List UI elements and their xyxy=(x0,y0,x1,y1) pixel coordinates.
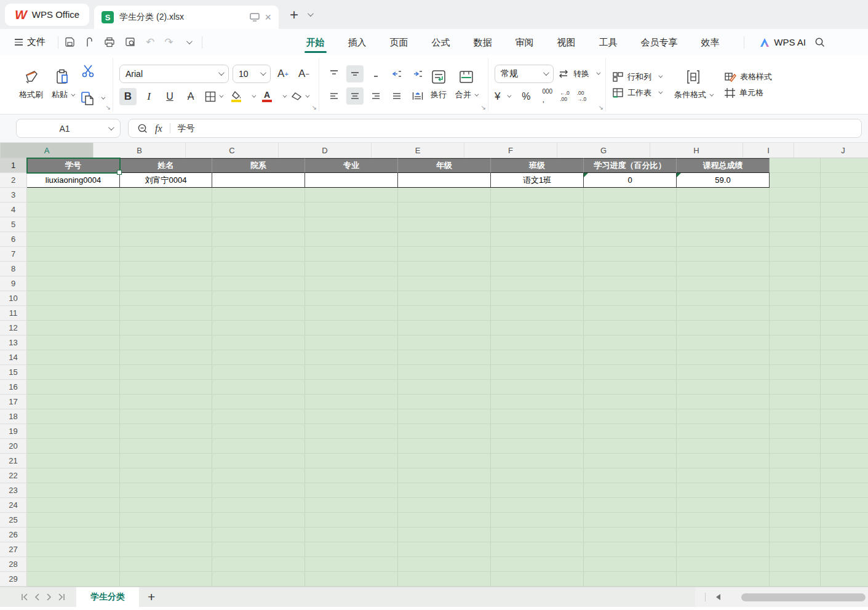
col-header-F[interactable]: F xyxy=(464,143,557,158)
cell-I26[interactable] xyxy=(770,528,821,542)
cell-E25[interactable] xyxy=(398,513,491,528)
cell-F13[interactable] xyxy=(491,335,584,350)
cell-B17[interactable] xyxy=(120,395,212,409)
document-tab[interactable]: S 学生分类 (2).xlsx × xyxy=(94,6,279,29)
menu-tab-insert[interactable]: 插入 xyxy=(336,29,378,55)
cell-G10[interactable] xyxy=(584,291,677,306)
decrease-decimal-button[interactable]: .00 →.0 xyxy=(577,90,587,103)
save-icon[interactable] xyxy=(65,37,75,47)
cell-D5[interactable] xyxy=(305,217,398,232)
cell-I3[interactable] xyxy=(770,188,821,203)
cell-E29[interactable] xyxy=(398,572,491,587)
cell-J4[interactable] xyxy=(821,203,868,217)
paste-button[interactable]: 粘贴 xyxy=(47,59,78,111)
cell-A4[interactable] xyxy=(27,203,120,217)
redo-icon[interactable]: ↷ xyxy=(164,36,173,49)
cell-D28[interactable] xyxy=(305,557,398,572)
col-header-B[interactable]: B xyxy=(94,143,186,158)
cell-B9[interactable] xyxy=(120,276,212,291)
col-header-A[interactable]: A xyxy=(1,143,94,158)
cell-J8[interactable] xyxy=(821,262,868,276)
cell-A28[interactable] xyxy=(27,557,120,572)
cell-J2[interactable] xyxy=(821,173,868,188)
cell-E28[interactable] xyxy=(398,557,491,572)
cell-A19[interactable] xyxy=(27,424,120,439)
cell-H26[interactable] xyxy=(677,528,770,542)
cell-A13[interactable] xyxy=(27,335,120,350)
cell-J19[interactable] xyxy=(821,424,868,439)
cell-I24[interactable] xyxy=(770,498,821,513)
cell-G29[interactable] xyxy=(584,572,677,587)
cell-C14[interactable] xyxy=(212,350,305,365)
cell-J12[interactable] xyxy=(821,321,868,335)
magnifier-icon[interactable] xyxy=(137,123,148,134)
cell-I21[interactable] xyxy=(770,454,821,468)
cell-F25[interactable] xyxy=(491,513,584,528)
fill-color-chevron-icon[interactable] xyxy=(252,94,256,98)
font-color-chevron-icon[interactable] xyxy=(282,94,287,98)
cell-H17[interactable] xyxy=(677,395,770,409)
cell-B11[interactable] xyxy=(120,306,212,321)
cell-H19[interactable] xyxy=(677,424,770,439)
screen-share-icon[interactable] xyxy=(250,13,260,22)
menu-tab-home[interactable]: 开始 xyxy=(295,29,336,55)
cell-D15[interactable] xyxy=(305,365,398,380)
cell-J27[interactable] xyxy=(821,542,868,557)
number-expander-icon[interactable]: ↘ xyxy=(599,104,603,111)
row-header-28[interactable]: 28 xyxy=(0,557,27,572)
cell-I27[interactable] xyxy=(770,542,821,557)
cell-D8[interactable] xyxy=(305,262,398,276)
eraser-button[interactable] xyxy=(289,88,310,105)
cell-J17[interactable] xyxy=(821,395,868,409)
cell-C20[interactable] xyxy=(212,439,305,454)
col-header-J[interactable]: J xyxy=(794,143,868,158)
wps-home-tab[interactable]: W WPS Office xyxy=(5,4,89,26)
cell-J16[interactable] xyxy=(821,380,868,395)
cell-I20[interactable] xyxy=(770,439,821,454)
cell-G19[interactable] xyxy=(584,424,677,439)
cell-I5[interactable] xyxy=(770,217,821,232)
first-sheet-icon[interactable] xyxy=(21,593,28,601)
rows-columns-button[interactable]: 行和列 xyxy=(612,71,661,82)
cell-H13[interactable] xyxy=(677,335,770,350)
cell-C18[interactable] xyxy=(212,409,305,424)
cell-H20[interactable] xyxy=(677,439,770,454)
cell-B3[interactable] xyxy=(120,188,212,203)
cell-G28[interactable] xyxy=(584,557,677,572)
cell-I25[interactable] xyxy=(770,513,821,528)
cell-F26[interactable] xyxy=(491,528,584,542)
cell-E6[interactable] xyxy=(398,232,491,247)
cell-J20[interactable] xyxy=(821,439,868,454)
cell-G7[interactable] xyxy=(584,247,677,262)
cell-A11[interactable] xyxy=(27,306,120,321)
cell-C2[interactable] xyxy=(212,173,305,188)
cell-E26[interactable] xyxy=(398,528,491,542)
justify-button[interactable] xyxy=(388,87,405,105)
menu-tab-efficiency[interactable]: 效率 xyxy=(690,29,731,55)
row-header-8[interactable]: 8 xyxy=(0,262,27,276)
cell-H14[interactable] xyxy=(677,350,770,365)
row-header-18[interactable]: 18 xyxy=(0,409,27,424)
cell-E19[interactable] xyxy=(398,424,491,439)
col-header-D[interactable]: D xyxy=(279,143,372,158)
cell-A29[interactable] xyxy=(27,572,120,587)
cell-I17[interactable] xyxy=(770,395,821,409)
cell-B2[interactable]: 刘宵宁0004 xyxy=(120,173,212,188)
row-header-5[interactable]: 5 xyxy=(0,217,27,232)
cell-C28[interactable] xyxy=(212,557,305,572)
align-right-button[interactable] xyxy=(367,87,384,105)
row-header-19[interactable]: 19 xyxy=(0,424,27,439)
cell-G5[interactable] xyxy=(584,217,677,232)
cell-J23[interactable] xyxy=(821,483,868,498)
row-header-3[interactable]: 3 xyxy=(0,188,27,203)
row-header-22[interactable]: 22 xyxy=(0,468,27,483)
cell-C8[interactable] xyxy=(212,262,305,276)
align-left-button[interactable] xyxy=(325,87,343,105)
cell-D17[interactable] xyxy=(305,395,398,409)
currency-format-button[interactable]: ¥ xyxy=(495,90,510,103)
cell-F4[interactable] xyxy=(491,203,584,217)
cell-D3[interactable] xyxy=(305,188,398,203)
cell-G12[interactable] xyxy=(584,321,677,335)
cell-C12[interactable] xyxy=(212,321,305,335)
cell-D24[interactable] xyxy=(305,498,398,513)
